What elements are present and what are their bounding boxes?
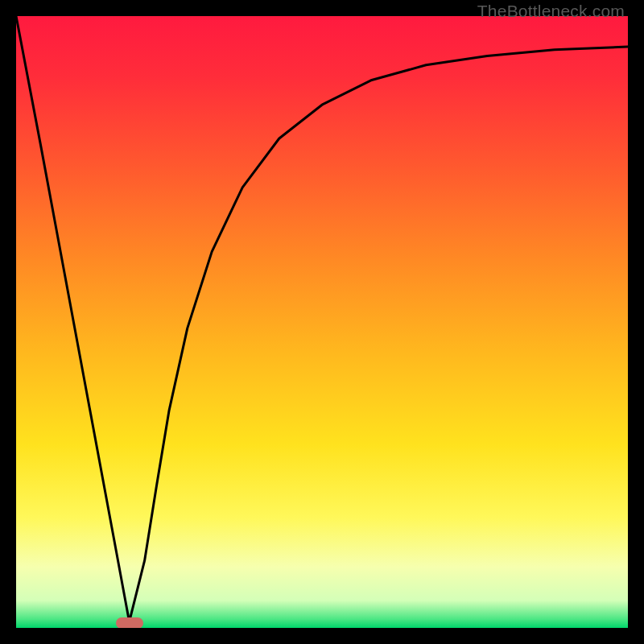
plot-area [16,16,628,628]
watermark-label: TheBottleneck.com [477,2,625,21]
bottleneck-curve [16,16,628,628]
optimal-point-marker [116,617,143,628]
chart-frame: TheBottleneck.com [0,0,644,644]
